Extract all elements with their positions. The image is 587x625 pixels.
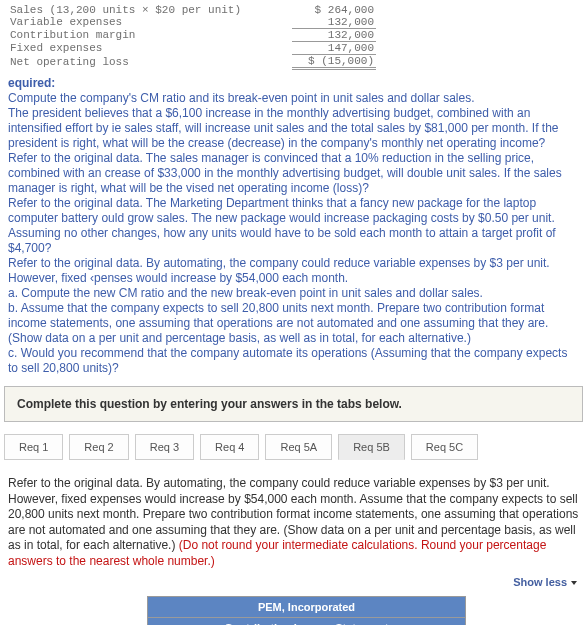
- answer-table: PEM, Incorporated Contribution Income St…: [0, 592, 587, 625]
- required-heading: equired:: [8, 76, 579, 91]
- income-summary: Sales (13,200 units × $20 per unit) $ 26…: [0, 0, 587, 74]
- tabs-row: Req 1 Req 2 Req 3 Req 4 Req 5A Req 5B Re…: [0, 426, 587, 468]
- row-label: Sales (13,200 units × $20 per unit): [8, 4, 292, 16]
- show-less-toggle[interactable]: Show less: [0, 572, 587, 592]
- tab-req5a[interactable]: Req 5A: [265, 434, 332, 460]
- tab-req3[interactable]: Req 3: [135, 434, 194, 460]
- statement-title: Contribution Income Statement: [148, 617, 466, 625]
- company-name: PEM, Incorporated: [148, 596, 466, 617]
- tab-req5b[interactable]: Req 5B: [338, 434, 405, 460]
- chevron-up-icon: [567, 576, 577, 588]
- tab-req5c[interactable]: Req 5C: [411, 434, 478, 460]
- tab-req2[interactable]: Req 2: [69, 434, 128, 460]
- question-prose: equired: Compute the company's CM ratio …: [0, 74, 587, 378]
- row-value: $ 264,000: [292, 4, 376, 16]
- tab-instructions: Refer to the original data. By automatin…: [0, 468, 587, 572]
- instruction-bar: Complete this question by entering your …: [4, 386, 583, 422]
- tab-req4[interactable]: Req 4: [200, 434, 259, 460]
- tab-req1[interactable]: Req 1: [4, 434, 63, 460]
